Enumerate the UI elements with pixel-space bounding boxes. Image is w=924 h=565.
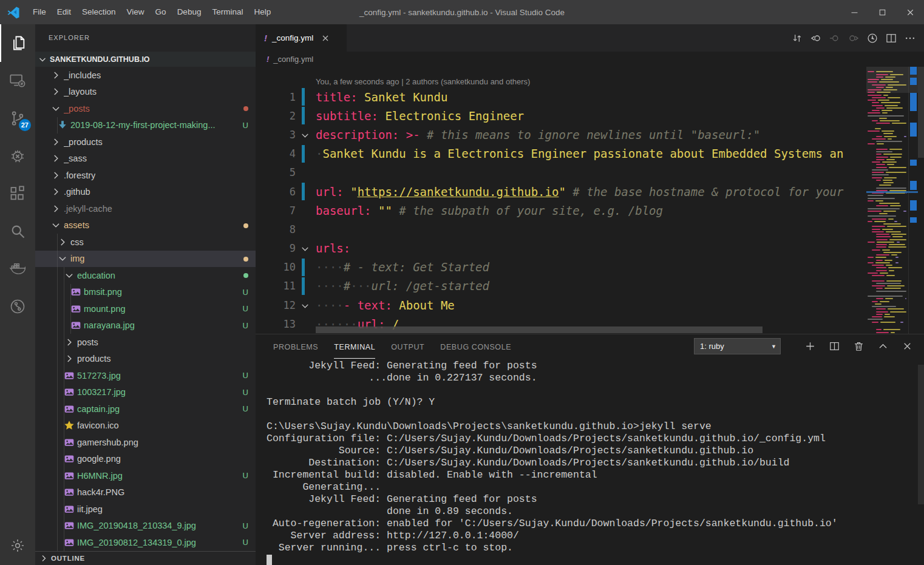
codelens-annotation[interactable]: You, a few seconds ago | 2 authors (sank… — [256, 67, 924, 87]
tree-item-google-png[interactable]: google.png — [35, 451, 256, 468]
panel-tab-output[interactable]: OUTPUT — [391, 334, 424, 359]
tree-item-narayana-jpg[interactable]: narayana.jpgU — [35, 317, 256, 334]
code-line-1[interactable]: 1title: Sanket Kundu — [256, 87, 924, 106]
line-number[interactable]: 3 — [256, 129, 296, 141]
history-button[interactable] — [863, 29, 882, 47]
workspace-root-header[interactable]: SANKETKUNDU.GITHUB.IO — [35, 52, 256, 67]
code-line-9[interactable]: 9urls: — [256, 239, 924, 258]
code-line-3[interactable]: 3description: >- # this means to ignore … — [256, 125, 924, 144]
tree-item--github[interactable]: .github — [35, 184, 256, 201]
line-number[interactable]: 6 — [256, 186, 296, 198]
tree-item-bmsit-png[interactable]: bmsit.pngU — [35, 284, 256, 301]
kill-terminal-button[interactable] — [851, 338, 867, 354]
tree-item-mount-png[interactable]: mount.pngU — [35, 300, 256, 317]
menu-help[interactable]: Help — [248, 0, 276, 24]
tree-item-517273-jpg[interactable]: 517273.jpgU — [35, 367, 256, 384]
more-actions-button[interactable] — [900, 29, 919, 47]
code-line-7[interactable]: 7baseurl: "" # the subpath of your site,… — [256, 201, 924, 220]
tree-item--includes[interactable]: _includes — [35, 67, 256, 84]
tree-item--products[interactable]: _products — [35, 134, 256, 151]
activitybar-explorer[interactable] — [0, 24, 35, 62]
line-number[interactable]: 5 — [256, 166, 296, 178]
navigate-forward-button[interactable] — [844, 29, 863, 47]
split-editor-button[interactable] — [882, 29, 900, 47]
activitybar-remote-explorer[interactable] — [0, 62, 35, 100]
code-line-5[interactable]: 5 — [256, 163, 924, 182]
navigate-previous-button[interactable] — [825, 29, 844, 47]
code-line-6[interactable]: 6url: "https://sanketkundu.github.io" # … — [256, 182, 924, 201]
tree-item-css[interactable]: css — [35, 234, 256, 251]
line-number[interactable]: 2 — [256, 110, 296, 122]
code-line-2[interactable]: 2subtitle: Electronics Engineer — [256, 106, 924, 125]
tree-item-iit-jpeg[interactable]: iit.jpeg — [35, 501, 256, 518]
vertical-scrollbar[interactable] — [918, 67, 924, 158]
panel-tab-problems[interactable]: PROBLEMS — [273, 334, 318, 359]
fold-chevron-icon[interactable] — [300, 243, 310, 254]
fold-chevron-icon[interactable] — [300, 129, 310, 140]
tab-close-icon[interactable] — [321, 33, 330, 43]
tree-item-img[interactable]: img — [35, 251, 256, 268]
activitybar-gitlens[interactable] — [0, 288, 35, 325]
terminal-view[interactable]: Jekyll Feed: Generating feed for posts .… — [256, 359, 924, 565]
menu-view[interactable]: View — [121, 0, 150, 24]
minimap[interactable] — [866, 67, 924, 334]
tree-item-education[interactable]: education — [35, 267, 256, 284]
tree-item-hack4r-png[interactable]: hack4r.PNG — [35, 484, 256, 501]
breadcrumb[interactable]: ! _config.yml — [256, 52, 924, 67]
split-terminal-button[interactable] — [826, 338, 843, 354]
activitybar-source-control[interactable]: 27 — [0, 100, 35, 137]
terminal-selector-dropdown[interactable]: 1: ruby ▼ — [694, 338, 781, 354]
tree-item-2019-08-12-my-first-project-making-[interactable]: 2019-08-12-my-first-project-making...U — [35, 117, 256, 134]
tree-item-favicon-ico[interactable]: favicon.ico — [35, 418, 256, 435]
code-line-8[interactable]: 8 — [256, 220, 924, 239]
tree-item-posts[interactable]: posts — [35, 334, 256, 351]
panel-tab-terminal[interactable]: TERMINAL — [334, 334, 375, 359]
tree-item-1003217-jpg[interactable]: 1003217.jpgU — [35, 384, 256, 401]
tree-item-h6mnr-jpg[interactable]: H6MNR.jpgU — [35, 467, 256, 484]
tab-config-yml[interactable]: ! _config.yml — [256, 24, 347, 52]
navigate-back-button[interactable] — [806, 29, 825, 47]
new-terminal-button[interactable] — [802, 338, 818, 354]
tree-item--layouts[interactable]: _layouts — [35, 84, 256, 101]
code-editor[interactable]: You, a few seconds ago | 2 authors (sank… — [256, 67, 924, 334]
activitybar-extensions[interactable] — [0, 175, 35, 212]
maximize-panel-button[interactable] — [875, 338, 891, 354]
tree-item-captain-jpg[interactable]: captain.jpgU — [35, 401, 256, 418]
menu-go[interactable]: Go — [150, 0, 172, 24]
line-number[interactable]: 11 — [256, 280, 296, 292]
line-number[interactable]: 9 — [256, 242, 296, 254]
line-number[interactable]: 4 — [256, 147, 296, 160]
tree-item--jekyll-cache[interactable]: .jekyll-cache — [35, 200, 256, 217]
menu-selection[interactable]: Selection — [76, 0, 121, 24]
tree-item-img-20190812-134319-0-jpg[interactable]: IMG_20190812_134319_0.jpgU — [35, 534, 256, 551]
tree-item--forestry[interactable]: .forestry — [35, 167, 256, 184]
fold-chevron-icon[interactable] — [300, 300, 310, 310]
menu-file[interactable]: File — [27, 0, 52, 24]
code-line-12[interactable]: 12····- text: About Me — [256, 296, 924, 314]
compare-changes-button[interactable] — [787, 29, 806, 47]
horizontal-scrollbar[interactable] — [316, 326, 763, 333]
menu-debug[interactable]: Debug — [172, 0, 207, 24]
line-number[interactable]: 7 — [256, 205, 296, 217]
menu-edit[interactable]: Edit — [52, 0, 76, 24]
activitybar-debug[interactable] — [0, 137, 35, 175]
tree-item-img-20190418-210334-9-jpg[interactable]: IMG_20190418_210334_9.jpgU — [35, 518, 256, 535]
menu-terminal[interactable]: Terminal — [206, 0, 248, 24]
activitybar-docker[interactable] — [0, 250, 35, 288]
maximize-button[interactable] — [868, 0, 896, 24]
code-line-10[interactable]: 10····# - text: Get Started — [256, 258, 924, 277]
line-number[interactable]: 8 — [256, 223, 296, 235]
panel-tab-debug-console[interactable]: DEBUG CONSOLE — [440, 334, 511, 359]
tree-item-assets[interactable]: assets — [35, 217, 256, 234]
tree-item--sass[interactable]: _sass — [35, 151, 256, 167]
code-line-11[interactable]: 11····#···url: /get-started — [256, 277, 924, 296]
close-button[interactable] — [896, 0, 924, 24]
line-number[interactable]: 13 — [256, 318, 296, 330]
line-number[interactable]: 1 — [256, 91, 296, 103]
manage-button[interactable] — [0, 530, 35, 561]
activitybar-search[interactable] — [0, 212, 35, 250]
code-line-4[interactable]: 4·Sanket Kundu is a Electronics Engineer… — [256, 144, 924, 163]
terminal-scrollbar[interactable] — [918, 365, 924, 504]
tree-item-products[interactable]: products — [35, 351, 256, 368]
minimize-button[interactable] — [840, 0, 868, 24]
